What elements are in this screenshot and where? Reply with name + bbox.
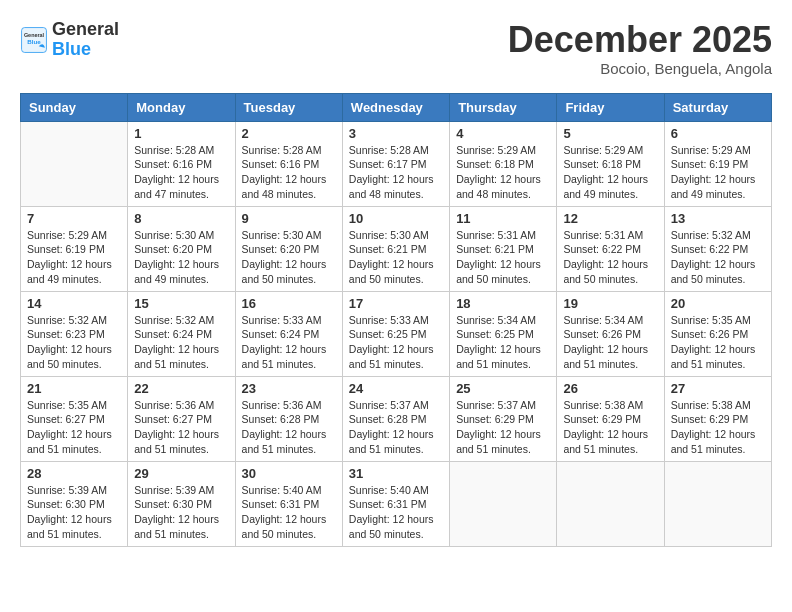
calendar-header-monday: Monday (128, 93, 235, 121)
day-info: Sunrise: 5:29 AMSunset: 6:18 PMDaylight:… (456, 143, 550, 202)
day-info: Sunrise: 5:28 AMSunset: 6:17 PMDaylight:… (349, 143, 443, 202)
day-info: Sunrise: 5:32 AMSunset: 6:23 PMDaylight:… (27, 313, 121, 372)
day-info: Sunrise: 5:35 AMSunset: 6:27 PMDaylight:… (27, 398, 121, 457)
day-number: 21 (27, 381, 121, 396)
month-title: December 2025 (508, 20, 772, 60)
day-number: 20 (671, 296, 765, 311)
week-row-2: 7Sunrise: 5:29 AMSunset: 6:19 PMDaylight… (21, 206, 772, 291)
day-info: Sunrise: 5:30 AMSunset: 6:20 PMDaylight:… (242, 228, 336, 287)
logo-blue: Blue (52, 40, 119, 60)
svg-text:General: General (24, 32, 45, 38)
calendar-cell: 1Sunrise: 5:28 AMSunset: 6:16 PMDaylight… (128, 121, 235, 206)
calendar-header-tuesday: Tuesday (235, 93, 342, 121)
day-number: 9 (242, 211, 336, 226)
day-info: Sunrise: 5:40 AMSunset: 6:31 PMDaylight:… (242, 483, 336, 542)
calendar-cell: 7Sunrise: 5:29 AMSunset: 6:19 PMDaylight… (21, 206, 128, 291)
calendar-cell (450, 461, 557, 546)
day-number: 1 (134, 126, 228, 141)
day-number: 18 (456, 296, 550, 311)
day-number: 22 (134, 381, 228, 396)
calendar: SundayMondayTuesdayWednesdayThursdayFrid… (20, 93, 772, 547)
calendar-header-saturday: Saturday (664, 93, 771, 121)
calendar-cell: 22Sunrise: 5:36 AMSunset: 6:27 PMDayligh… (128, 376, 235, 461)
calendar-cell: 17Sunrise: 5:33 AMSunset: 6:25 PMDayligh… (342, 291, 449, 376)
calendar-cell (664, 461, 771, 546)
day-info: Sunrise: 5:33 AMSunset: 6:25 PMDaylight:… (349, 313, 443, 372)
calendar-cell: 13Sunrise: 5:32 AMSunset: 6:22 PMDayligh… (664, 206, 771, 291)
calendar-cell: 31Sunrise: 5:40 AMSunset: 6:31 PMDayligh… (342, 461, 449, 546)
day-info: Sunrise: 5:40 AMSunset: 6:31 PMDaylight:… (349, 483, 443, 542)
day-info: Sunrise: 5:36 AMSunset: 6:27 PMDaylight:… (134, 398, 228, 457)
calendar-header-thursday: Thursday (450, 93, 557, 121)
calendar-cell (557, 461, 664, 546)
calendar-header-friday: Friday (557, 93, 664, 121)
day-info: Sunrise: 5:30 AMSunset: 6:21 PMDaylight:… (349, 228, 443, 287)
calendar-cell: 27Sunrise: 5:38 AMSunset: 6:29 PMDayligh… (664, 376, 771, 461)
day-info: Sunrise: 5:33 AMSunset: 6:24 PMDaylight:… (242, 313, 336, 372)
day-number: 8 (134, 211, 228, 226)
day-number: 23 (242, 381, 336, 396)
calendar-cell (21, 121, 128, 206)
day-info: Sunrise: 5:28 AMSunset: 6:16 PMDaylight:… (242, 143, 336, 202)
location: Bocoio, Benguela, Angola (508, 60, 772, 77)
day-info: Sunrise: 5:38 AMSunset: 6:29 PMDaylight:… (671, 398, 765, 457)
day-info: Sunrise: 5:38 AMSunset: 6:29 PMDaylight:… (563, 398, 657, 457)
day-number: 10 (349, 211, 443, 226)
calendar-cell: 30Sunrise: 5:40 AMSunset: 6:31 PMDayligh… (235, 461, 342, 546)
calendar-cell: 14Sunrise: 5:32 AMSunset: 6:23 PMDayligh… (21, 291, 128, 376)
calendar-cell: 19Sunrise: 5:34 AMSunset: 6:26 PMDayligh… (557, 291, 664, 376)
logo-icon: General Blue (20, 26, 48, 54)
day-info: Sunrise: 5:32 AMSunset: 6:22 PMDaylight:… (671, 228, 765, 287)
svg-text:Blue: Blue (27, 38, 41, 45)
day-info: Sunrise: 5:31 AMSunset: 6:22 PMDaylight:… (563, 228, 657, 287)
calendar-header-row: SundayMondayTuesdayWednesdayThursdayFrid… (21, 93, 772, 121)
day-info: Sunrise: 5:30 AMSunset: 6:20 PMDaylight:… (134, 228, 228, 287)
calendar-cell: 28Sunrise: 5:39 AMSunset: 6:30 PMDayligh… (21, 461, 128, 546)
day-number: 12 (563, 211, 657, 226)
day-info: Sunrise: 5:29 AMSunset: 6:18 PMDaylight:… (563, 143, 657, 202)
day-number: 14 (27, 296, 121, 311)
logo-general: General (52, 20, 119, 40)
day-info: Sunrise: 5:35 AMSunset: 6:26 PMDaylight:… (671, 313, 765, 372)
calendar-cell: 2Sunrise: 5:28 AMSunset: 6:16 PMDaylight… (235, 121, 342, 206)
day-info: Sunrise: 5:34 AMSunset: 6:26 PMDaylight:… (563, 313, 657, 372)
calendar-cell: 11Sunrise: 5:31 AMSunset: 6:21 PMDayligh… (450, 206, 557, 291)
day-number: 4 (456, 126, 550, 141)
logo: General Blue General Blue (20, 20, 119, 60)
calendar-cell: 9Sunrise: 5:30 AMSunset: 6:20 PMDaylight… (235, 206, 342, 291)
day-number: 11 (456, 211, 550, 226)
header: General Blue General Blue December 2025 … (20, 20, 772, 77)
day-number: 19 (563, 296, 657, 311)
calendar-header-sunday: Sunday (21, 93, 128, 121)
calendar-cell: 26Sunrise: 5:38 AMSunset: 6:29 PMDayligh… (557, 376, 664, 461)
day-info: Sunrise: 5:37 AMSunset: 6:28 PMDaylight:… (349, 398, 443, 457)
day-number: 5 (563, 126, 657, 141)
day-number: 3 (349, 126, 443, 141)
calendar-header-wednesday: Wednesday (342, 93, 449, 121)
title-area: December 2025 Bocoio, Benguela, Angola (508, 20, 772, 77)
day-info: Sunrise: 5:36 AMSunset: 6:28 PMDaylight:… (242, 398, 336, 457)
week-row-5: 28Sunrise: 5:39 AMSunset: 6:30 PMDayligh… (21, 461, 772, 546)
day-number: 16 (242, 296, 336, 311)
day-number: 2 (242, 126, 336, 141)
day-number: 6 (671, 126, 765, 141)
day-info: Sunrise: 5:28 AMSunset: 6:16 PMDaylight:… (134, 143, 228, 202)
day-info: Sunrise: 5:39 AMSunset: 6:30 PMDaylight:… (27, 483, 121, 542)
week-row-3: 14Sunrise: 5:32 AMSunset: 6:23 PMDayligh… (21, 291, 772, 376)
week-row-4: 21Sunrise: 5:35 AMSunset: 6:27 PMDayligh… (21, 376, 772, 461)
calendar-cell: 10Sunrise: 5:30 AMSunset: 6:21 PMDayligh… (342, 206, 449, 291)
calendar-cell: 6Sunrise: 5:29 AMSunset: 6:19 PMDaylight… (664, 121, 771, 206)
day-number: 17 (349, 296, 443, 311)
day-number: 7 (27, 211, 121, 226)
day-info: Sunrise: 5:39 AMSunset: 6:30 PMDaylight:… (134, 483, 228, 542)
week-row-1: 1Sunrise: 5:28 AMSunset: 6:16 PMDaylight… (21, 121, 772, 206)
day-info: Sunrise: 5:29 AMSunset: 6:19 PMDaylight:… (671, 143, 765, 202)
calendar-cell: 21Sunrise: 5:35 AMSunset: 6:27 PMDayligh… (21, 376, 128, 461)
calendar-cell: 23Sunrise: 5:36 AMSunset: 6:28 PMDayligh… (235, 376, 342, 461)
day-number: 31 (349, 466, 443, 481)
day-info: Sunrise: 5:34 AMSunset: 6:25 PMDaylight:… (456, 313, 550, 372)
calendar-cell: 8Sunrise: 5:30 AMSunset: 6:20 PMDaylight… (128, 206, 235, 291)
day-number: 26 (563, 381, 657, 396)
calendar-cell: 20Sunrise: 5:35 AMSunset: 6:26 PMDayligh… (664, 291, 771, 376)
calendar-cell: 29Sunrise: 5:39 AMSunset: 6:30 PMDayligh… (128, 461, 235, 546)
